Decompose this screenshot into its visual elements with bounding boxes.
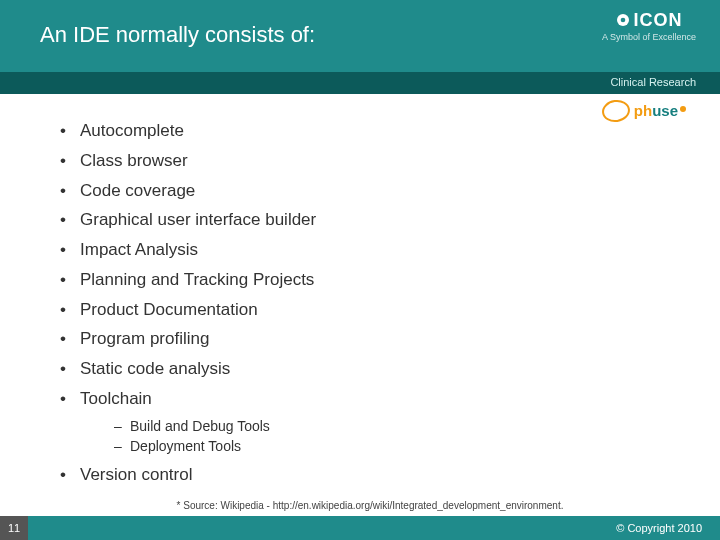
sub-bullet-item: Deployment Tools bbox=[114, 436, 680, 456]
bullet-label: Product Documentation bbox=[80, 300, 258, 319]
bullet-label: Code coverage bbox=[80, 181, 195, 200]
sub-bullet-list: Build and Debug ToolsDeployment Tools bbox=[114, 416, 680, 457]
bullet-item: Autocomplete bbox=[60, 116, 680, 146]
bullet-item: Class browser bbox=[60, 146, 680, 176]
bullet-label: Version control bbox=[80, 465, 192, 484]
brand-tagline: A Symbol of Excellence bbox=[602, 32, 696, 42]
bullet-label: Program profiling bbox=[80, 329, 209, 348]
brand-name: ICON bbox=[602, 10, 696, 31]
bullet-item: Static code analysis bbox=[60, 354, 680, 384]
bullet-item: Impact Analysis bbox=[60, 235, 680, 265]
bullet-item: Product Documentation bbox=[60, 295, 680, 325]
page-number: 11 bbox=[0, 516, 28, 540]
subbar-text: Clinical Research bbox=[610, 76, 696, 88]
bullet-item: Program profiling bbox=[60, 324, 680, 354]
sub-bullet-item: Build and Debug Tools bbox=[114, 416, 680, 436]
bullet-label: Graphical user interface builder bbox=[80, 210, 316, 229]
slide: { "header": { "title": "An IDE normally … bbox=[0, 0, 720, 540]
bullet-item: Version control bbox=[60, 460, 680, 490]
source-line: * Source: Wikipedia - http://en.wikipedi… bbox=[60, 500, 680, 511]
bullet-label: Planning and Tracking Projects bbox=[80, 270, 314, 289]
bullet-item: Toolchain bbox=[60, 384, 680, 414]
bullet-label: Autocomplete bbox=[80, 121, 184, 140]
phuse-dot-icon bbox=[680, 106, 686, 112]
sub-header-bar: Clinical Research bbox=[0, 72, 720, 94]
slide-title: An IDE normally consists of: bbox=[40, 22, 690, 48]
bullet-item: Planning and Tracking Projects bbox=[60, 265, 680, 295]
bullet-item: Code coverage bbox=[60, 176, 680, 206]
icon-logo: ICON A Symbol of Excellence bbox=[602, 10, 696, 42]
bullet-item: Graphical user interface builder bbox=[60, 205, 680, 235]
bullet-label: Class browser bbox=[80, 151, 188, 170]
content-area: phuse AutocompleteClass browserCode cove… bbox=[0, 94, 720, 511]
svg-point-1 bbox=[621, 18, 626, 23]
copyright: © Copyright 2010 bbox=[616, 522, 720, 534]
bullet-label: Impact Analysis bbox=[80, 240, 198, 259]
brand-text: ICON bbox=[633, 10, 682, 30]
header-bar: An IDE normally consists of: ICON A Symb… bbox=[0, 0, 720, 72]
bullet-list: AutocompleteClass browserCode coverageGr… bbox=[60, 116, 680, 490]
footer-bar: 11 © Copyright 2010 bbox=[0, 516, 720, 540]
bullet-label: Toolchain bbox=[80, 389, 152, 408]
bullet-label: Static code analysis bbox=[80, 359, 230, 378]
